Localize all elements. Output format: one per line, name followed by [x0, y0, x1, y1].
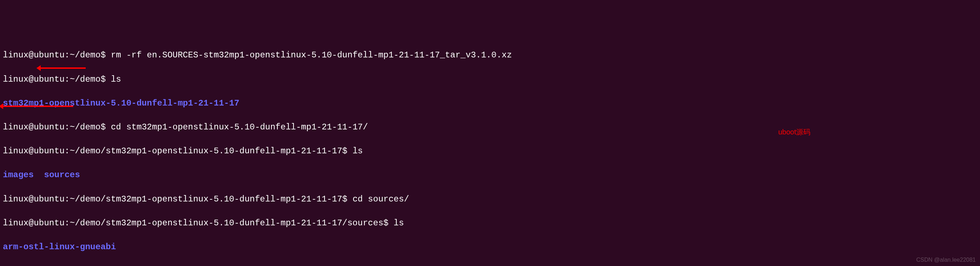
prompt-user: linux@ubuntu: [3, 74, 65, 84]
prompt-dollar: $: [101, 74, 111, 84]
terminal-line-3-output: stm32mp1-openstlinux-5.10-dunfell-mp1-21…: [3, 97, 977, 109]
directory-sources: sources: [44, 170, 80, 180]
prompt-dollar: $: [342, 194, 353, 204]
prompt-user: linux@ubuntu: [3, 194, 65, 204]
prompt-sep: :: [65, 194, 70, 204]
terminal-line-1: linux@ubuntu:~/demo$ rm -rf en.SOURCES-s…: [3, 49, 977, 61]
command-text: rm -rf en.SOURCES-stm32mp1-openstlinux-5…: [111, 50, 512, 60]
prompt-dollar: $: [101, 50, 111, 60]
prompt-sep: :: [65, 146, 70, 156]
command-text: cd stm32mp1-openstlinux-5.10-dunfell-mp1…: [111, 122, 368, 132]
prompt-user: linux@ubuntu: [3, 218, 65, 228]
prompt-dollar: $: [101, 122, 111, 132]
terminal-line-4: linux@ubuntu:~/demo$ cd stm32mp1-openstl…: [3, 121, 977, 133]
annotation-uboot-label: uboot源码: [778, 127, 810, 137]
prompt-user: linux@ubuntu: [3, 146, 65, 156]
prompt-sep: :: [65, 50, 70, 60]
directory-images: images: [3, 170, 33, 180]
prompt-sep: :: [65, 74, 70, 84]
terminal-line-2: linux@ubuntu:~/demo$ ls: [3, 73, 977, 86]
prompt-user: linux@ubuntu: [3, 122, 65, 132]
prompt-sep: :: [65, 218, 70, 228]
prompt-user: linux@ubuntu: [3, 50, 65, 60]
annotation-arrow-1: [39, 67, 86, 69]
terminal-line-5: linux@ubuntu:~/demo/stm32mp1-openstlinux…: [3, 145, 977, 157]
terminal-line-7: linux@ubuntu:~/demo/stm32mp1-openstlinux…: [3, 193, 977, 205]
prompt-path: ~/demo: [70, 50, 100, 60]
prompt-path: ~/demo/stm32mp1-openstlinux-5.10-dunfell…: [70, 194, 342, 204]
prompt-path: ~/demo: [70, 122, 100, 132]
terminal-line-9-output: arm-ostl-linux-gnueabi: [3, 241, 977, 253]
terminal-line-8: linux@ubuntu:~/demo/stm32mp1-openstlinux…: [3, 217, 977, 229]
prompt-dollar: $: [383, 218, 394, 228]
directory-name: arm-ostl-linux-gnueabi: [3, 242, 116, 252]
prompt-sep: :: [65, 122, 70, 132]
prompt-dollar: $: [342, 146, 353, 156]
command-text: ls: [394, 218, 404, 228]
command-text: ls: [352, 146, 363, 156]
prompt-path: ~/demo/stm32mp1-openstlinux-5.10-dunfell…: [70, 146, 342, 156]
command-text: ls: [111, 74, 121, 84]
watermark-text: CSDN @alan.lee22081: [916, 256, 976, 264]
prompt-path: ~/demo: [70, 74, 100, 84]
annotation-arrow-2: [2, 106, 73, 107]
prompt-path: ~/demo/stm32mp1-openstlinux-5.10-dunfell…: [70, 218, 383, 228]
terminal-line-6-output: images sources: [3, 169, 977, 181]
command-text: cd sources/: [352, 194, 409, 204]
